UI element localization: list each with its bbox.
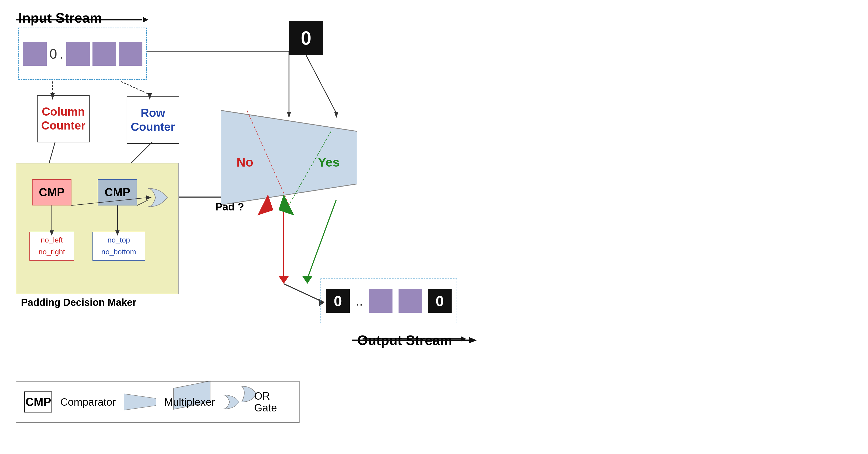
svg-line-40 bbox=[247, 110, 289, 205]
output-zero-right: 0 bbox=[428, 289, 452, 313]
output-dotdot: .. bbox=[355, 293, 363, 309]
output-stream-arrow-svg bbox=[352, 332, 484, 348]
dotdot2-input: . bbox=[60, 46, 63, 62]
svg-line-30 bbox=[71, 198, 148, 206]
output-pixel-1 bbox=[369, 289, 393, 313]
column-counter-box: ColumnCounter bbox=[37, 95, 90, 142]
svg-line-24 bbox=[284, 284, 320, 301]
pixel-block-4 bbox=[119, 42, 143, 66]
svg-line-32 bbox=[137, 200, 148, 206]
svg-marker-43 bbox=[469, 337, 477, 343]
output-pixel-2 bbox=[399, 289, 422, 313]
svg-marker-44 bbox=[124, 394, 157, 410]
svg-marker-34 bbox=[50, 231, 54, 236]
cmp-to-or-left bbox=[16, 163, 179, 295]
output-stream-box: 0 .. 0 bbox=[320, 278, 457, 323]
pdm-label: Padding Decision Maker bbox=[21, 297, 136, 308]
zero-block: 0 bbox=[289, 21, 323, 55]
column-counter-label: ColumnCounter bbox=[41, 105, 86, 133]
legend-mux-svg bbox=[124, 393, 157, 411]
dotdot-input: 0 bbox=[50, 46, 57, 62]
svg-line-41 bbox=[289, 131, 331, 205]
svg-marker-36 bbox=[115, 231, 120, 236]
row-counter-label: RowCounter bbox=[131, 106, 175, 134]
legend-cmp-desc: Comparator bbox=[60, 396, 116, 408]
svg-marker-31 bbox=[146, 195, 152, 200]
pdm-box: CMP CMP no_left no_right no_top no_botto… bbox=[16, 163, 179, 294]
pixel-block-3 bbox=[92, 42, 116, 66]
mux-dashes bbox=[221, 110, 357, 205]
svg-line-18 bbox=[306, 55, 336, 113]
output-zero-left: 0 bbox=[326, 289, 350, 313]
svg-marker-1 bbox=[143, 17, 149, 22]
legend-cmp-box: CMP bbox=[24, 391, 52, 413]
input-stream-box: 0 . bbox=[19, 28, 147, 80]
input-stream-label: Input Stream bbox=[19, 10, 102, 26]
legend-or-desc: OR Gate bbox=[254, 390, 291, 414]
pixel-block-2 bbox=[66, 42, 90, 66]
svg-marker-21 bbox=[278, 276, 289, 284]
legend-mux-desc: Multiplexer bbox=[164, 396, 215, 408]
svg-marker-23 bbox=[302, 276, 313, 284]
legend-or-svg bbox=[223, 393, 246, 411]
row-counter-box: RowCounter bbox=[127, 96, 179, 144]
legend-box: CMP Comparator Multiplexer OR Gate bbox=[16, 381, 300, 423]
svg-line-4 bbox=[121, 82, 150, 95]
pixel-block-dark bbox=[23, 42, 47, 66]
